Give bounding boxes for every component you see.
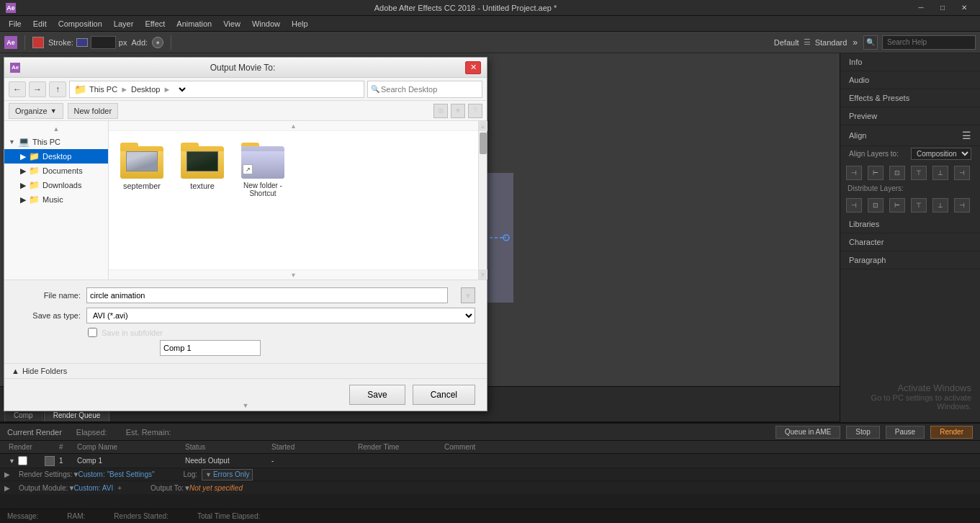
scroll-thumb[interactable]: [480, 133, 487, 154]
stroke-width-input[interactable]: [91, 36, 116, 49]
panel-effects-presets[interactable]: Effects & Presets: [840, 89, 980, 107]
files-scroll-up[interactable]: ▲: [109, 121, 478, 131]
help-button[interactable]: ?: [468, 104, 482, 118]
pause-button[interactable]: Pause: [886, 426, 925, 439]
output-to-value[interactable]: Not yet specified: [189, 484, 243, 492]
minimize-button[interactable]: ─: [911, 1, 931, 14]
menu-file[interactable]: File: [3, 18, 27, 30]
menu-edit[interactable]: Edit: [27, 18, 53, 30]
breadcrumb-this-pc[interactable]: This PC: [89, 85, 117, 94]
file-item-september[interactable]: september: [117, 140, 166, 193]
fill-color-swatch[interactable]: [32, 37, 44, 48]
scroll-up-arrow[interactable]: ▲: [479, 121, 487, 131]
render-row-checkbox[interactable]: [18, 456, 27, 465]
search-desktop-input[interactable]: [381, 85, 480, 94]
panel-audio[interactable]: Audio: [840, 71, 980, 89]
expand-panels-button[interactable]: »: [851, 36, 859, 49]
savetype-select[interactable]: AVI (*.avi): [86, 308, 475, 323]
new-folder-button[interactable]: New folder: [68, 103, 119, 119]
panel-paragraph[interactable]: Paragraph: [840, 251, 980, 269]
render-settings-value[interactable]: Custom: "Best Settings": [78, 470, 155, 478]
nav-back-button[interactable]: ←: [9, 81, 26, 97]
breadcrumb-area[interactable]: 📁 This PC ► Desktop ►: [69, 81, 364, 98]
bottom-panel: Current Render Elapsed: Est. Remain: Que…: [0, 422, 980, 509]
view-arrow-button[interactable]: ▼: [451, 104, 465, 118]
add-icon[interactable]: ●: [152, 37, 163, 48]
stroke-color-swatch[interactable]: [76, 38, 88, 47]
scroll-down-arrow[interactable]: ▼: [479, 269, 487, 280]
menu-help[interactable]: Help: [286, 18, 314, 30]
render-settings-expand[interactable]: ▶: [4, 470, 19, 478]
dist-right-button[interactable]: ⊢: [889, 198, 905, 213]
hide-folders-button[interactable]: ▲ Hide Folders: [12, 367, 67, 375]
view-options-button[interactable]: ⊞: [433, 104, 448, 118]
dist-bottom-button[interactable]: ⊣: [954, 198, 970, 213]
status-bar: Message: RAM: Renders Started: Total Tim…: [0, 509, 980, 523]
render-flag-icon[interactable]: [45, 456, 55, 466]
panel-preview[interactable]: Preview: [840, 107, 980, 125]
workspace-options-icon[interactable]: ☰: [804, 37, 811, 47]
render-button[interactable]: Render: [930, 426, 973, 439]
stop-button[interactable]: Stop: [846, 426, 880, 439]
align-left-button[interactable]: ⊣: [846, 166, 862, 180]
file-item-texture[interactable]: texture: [178, 140, 227, 193]
col-render-time: Render Time: [354, 443, 440, 451]
filename-dropdown-btn[interactable]: ▼: [461, 287, 475, 303]
align-menu-icon[interactable]: ☰: [962, 130, 971, 141]
output-module-expand[interactable]: ▶: [4, 484, 19, 492]
dist-center-h-button[interactable]: ⊡: [868, 198, 884, 213]
row-expand-arrow[interactable]: ▼: [9, 457, 15, 465]
col-started: Started: [267, 443, 354, 451]
align-right-button[interactable]: ⊡: [889, 166, 905, 180]
filename-input[interactable]: [86, 287, 448, 303]
menu-composition[interactable]: Composition: [53, 18, 108, 30]
file-item-new-folder-shortcut[interactable]: ↗ New folder -Shortcut: [238, 140, 287, 200]
subfolder-name-input[interactable]: [160, 340, 261, 356]
menu-window[interactable]: Window: [246, 18, 286, 30]
search-help-input[interactable]: [882, 35, 976, 50]
dialog-close-button[interactable]: ✕: [465, 61, 481, 74]
dist-center-v-button[interactable]: ⊥: [932, 198, 948, 213]
search-icon[interactable]: 🔍: [863, 35, 878, 50]
align-center-h-button[interactable]: ⊢: [868, 166, 884, 180]
menu-animation[interactable]: Animation: [171, 18, 217, 30]
panel-info[interactable]: Info: [840, 53, 980, 71]
tree-item-documents[interactable]: ▶ 📁 Documents: [4, 164, 108, 178]
files-scrollbar[interactable]: ▲ ▼: [478, 121, 487, 280]
panel-character[interactable]: Character: [840, 233, 980, 251]
tree-label-music: Music: [42, 195, 63, 204]
breadcrumb-desktop[interactable]: Desktop: [131, 85, 160, 94]
menu-layer[interactable]: Layer: [108, 18, 140, 30]
dist-left-button[interactable]: ⊣: [846, 198, 862, 213]
queue-ame-button[interactable]: Queue in AME: [776, 426, 840, 439]
tree-item-this-pc[interactable]: ▼ 💻 This PC: [4, 134, 108, 149]
restore-button[interactable]: □: [932, 1, 953, 14]
dialog-title: Output Movie To:: [20, 63, 465, 73]
output-module-value[interactable]: Custom: AVI: [73, 484, 113, 492]
nav-up-button[interactable]: ↑: [49, 81, 66, 97]
align-bottom-button[interactable]: ⊣: [954, 166, 970, 180]
organize-button[interactable]: Organize ▼: [9, 103, 63, 119]
close-button[interactable]: ✕: [954, 1, 974, 14]
search-desktop-area[interactable]: 🔍: [367, 81, 482, 98]
subfolder-checkbox[interactable]: [88, 328, 97, 337]
menu-effect[interactable]: Effect: [139, 18, 171, 30]
breadcrumb-dropdown[interactable]: [174, 84, 188, 94]
tree-item-music[interactable]: ▶ 📁 Music: [4, 192, 108, 207]
render-settings-caret: ▼: [73, 470, 78, 478]
window-controls: ─ □ ✕: [911, 1, 974, 14]
tree-item-downloads[interactable]: ▶ 📁 Downloads: [4, 178, 108, 192]
nav-forward-button[interactable]: →: [29, 81, 46, 97]
align-to-select[interactable]: Composition: [911, 148, 971, 160]
align-top-button[interactable]: ⊤: [911, 166, 927, 180]
dist-top-button[interactable]: ⊤: [911, 198, 927, 213]
log-dropdown[interactable]: ▼ Errors Only: [202, 469, 253, 480]
panel-libraries[interactable]: Libraries: [840, 215, 980, 233]
menu-view[interactable]: View: [217, 18, 246, 30]
render-settings-row: ▶ Render Settings: ▼ Custom: "Best Setti…: [0, 468, 980, 481]
files-scroll-down[interactable]: ▼: [109, 269, 478, 280]
tree-item-desktop[interactable]: ▶ 📁 Desktop: [4, 149, 108, 164]
output-add-button[interactable]: +: [117, 484, 122, 492]
tree-scroll-up[interactable]: ▲: [4, 124, 108, 134]
align-center-v-button[interactable]: ⊥: [932, 166, 948, 180]
